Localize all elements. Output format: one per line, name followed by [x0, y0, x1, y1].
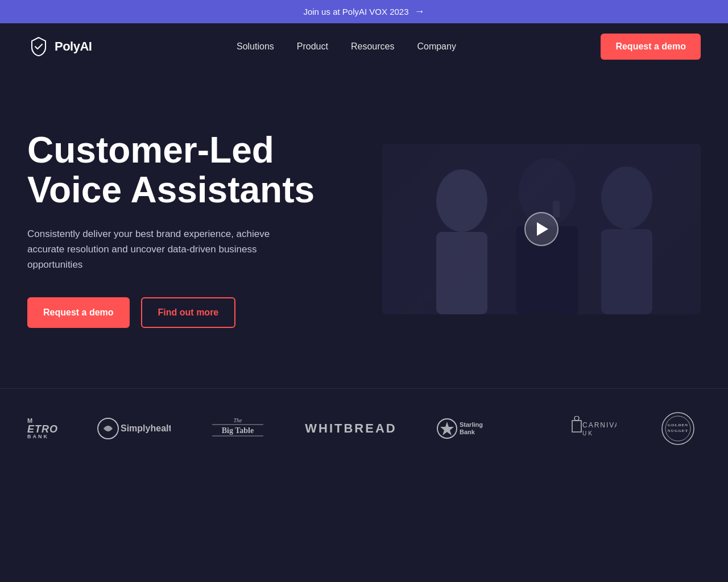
- nav-request-demo-button[interactable]: Request a demo: [601, 34, 701, 60]
- golden-nugget-svg: GOLDEN NUGGET: [655, 411, 701, 446]
- svg-text:Big Table: Big Table: [222, 426, 254, 435]
- svg-point-20: [574, 416, 579, 421]
- logo-whitbread: WHITBREAD: [305, 421, 396, 436]
- nav-item-product[interactable]: Product: [297, 41, 328, 52]
- nav-item-solutions[interactable]: Solutions: [237, 41, 274, 52]
- hero-content: Customer-Led Voice Assistants Consistent…: [27, 130, 323, 328]
- svg-text:GOLDEN: GOLDEN: [668, 423, 688, 427]
- svg-text:Starling: Starling: [460, 421, 483, 428]
- main-nav: PolyAI Solutions Product Resources Compa…: [0, 23, 728, 70]
- hero-video-area: [382, 144, 701, 314]
- logo[interactable]: PolyAI: [27, 35, 92, 58]
- starling-bank-svg: Starling Bank: [436, 417, 510, 440]
- video-container[interactable]: [382, 144, 701, 314]
- video-play-overlay: [382, 144, 701, 314]
- hero-buttons: Request a demo Find out more: [27, 297, 323, 328]
- big-table-svg: The Big Table: [209, 414, 266, 443]
- svg-text:Bank: Bank: [460, 429, 475, 435]
- svg-text:The: The: [234, 417, 243, 423]
- hero-subtitle: Consistently deliver your best brand exp…: [27, 226, 278, 273]
- play-button[interactable]: [524, 212, 559, 246]
- logo-simplyhealth: Simplyhealth: [97, 417, 171, 440]
- banner-arrow-icon: →: [415, 6, 425, 18]
- logo-icon: [27, 35, 50, 58]
- hero-title: Customer-Led Voice Assistants: [27, 130, 323, 210]
- logo-starling-bank: Starling Bank: [436, 417, 510, 440]
- nav-link-product[interactable]: Product: [297, 41, 328, 51]
- nav-link-company[interactable]: Company: [417, 41, 456, 51]
- banner-text: Join us at PolyAI VOX 2023: [303, 7, 408, 16]
- logo-metro-bank: M ETRO BANK: [27, 418, 58, 439]
- svg-text:Simplyhealth: Simplyhealth: [121, 423, 171, 433]
- logo-big-table: The Big Table: [209, 414, 266, 443]
- hero-request-demo-button[interactable]: Request a demo: [27, 297, 130, 328]
- svg-text:NUGGET: NUGGET: [668, 429, 688, 433]
- announcement-banner[interactable]: Join us at PolyAI VOX 2023 →: [0, 0, 728, 23]
- nav-item-resources[interactable]: Resources: [351, 41, 394, 52]
- logo-text: PolyAI: [55, 39, 92, 54]
- partner-logos-section: M ETRO BANK Simplyhealth The Big Table W…: [0, 388, 728, 468]
- logo-carnival-uk: CARNIVAL UK: [548, 416, 617, 441]
- play-icon: [537, 222, 548, 236]
- simplyhealth-svg: Simplyhealth: [97, 417, 171, 440]
- nav-link-resources[interactable]: Resources: [351, 41, 394, 51]
- hero-find-out-more-button[interactable]: Find out more: [141, 297, 236, 328]
- carnival-uk-svg: CARNIVAL UK: [548, 416, 617, 441]
- svg-rect-19: [572, 421, 581, 432]
- svg-text:CARNIVAL: CARNIVAL: [582, 421, 617, 429]
- logo-golden-nugget: GOLDEN NUGGET: [655, 411, 701, 446]
- svg-marker-16: [440, 422, 454, 435]
- nav-item-company[interactable]: Company: [417, 41, 456, 52]
- nav-link-solutions[interactable]: Solutions: [237, 41, 274, 51]
- hero-section: Customer-Led Voice Assistants Consistent…: [0, 70, 728, 388]
- nav-links: Solutions Product Resources Company: [237, 41, 456, 52]
- svg-text:UK: UK: [582, 430, 594, 436]
